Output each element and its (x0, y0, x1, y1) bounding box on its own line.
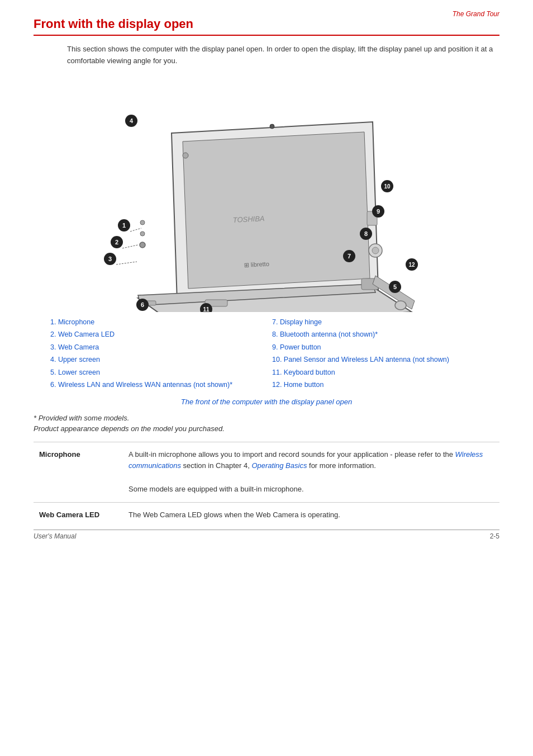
diagram-caption: The front of the computer with the displ… (34, 398, 499, 406)
svg-text:2: 2 (115, 239, 118, 245)
svg-text:11: 11 (203, 306, 210, 312)
svg-line-43 (130, 228, 141, 231)
label-1: 1. Microphone (50, 318, 261, 328)
feature-term-microphone: Microphone (34, 442, 123, 502)
label-10: 10. Panel Sensor and Wireless LAN antenn… (272, 355, 483, 365)
section-title: Front with the display open (34, 17, 499, 36)
svg-line-44 (122, 245, 138, 248)
label-5: 5. Lower screen (50, 368, 261, 378)
footer-left: User's Manual (34, 532, 76, 540)
top-right-label: The Grand Tour (453, 10, 499, 18)
label-8: 8. Bluetooth antenna (not shown)* (272, 330, 483, 340)
svg-point-17 (140, 231, 145, 236)
feature-row-microphone: Microphone A built-in microphone allows … (34, 442, 499, 502)
svg-text:10: 10 (384, 183, 391, 190)
features-table: Microphone A built-in microphone allows … (34, 442, 499, 528)
feature-row-webcam-led: Web Camera LED The Web Camera LED glows … (34, 502, 499, 527)
label-6: 6. Wireless LAN and Wireless WAN antenna… (50, 380, 261, 390)
label-9: 9. Power button (272, 343, 483, 353)
footer-bar: User's Manual 2-5 (34, 530, 499, 540)
svg-text:4: 4 (130, 117, 134, 124)
svg-text:8: 8 (364, 230, 368, 237)
labels-left: 1. Microphone 2. Web Camera LED 3. Web C… (50, 318, 266, 393)
svg-text:7: 7 (348, 253, 351, 259)
label-11: 11. Keyboard button (272, 368, 483, 378)
intro-text: This section shows the computer with the… (67, 44, 499, 67)
footer-right: 2-5 (490, 532, 499, 540)
feature-desc-webcam-led: The Web Camera LED glows when the Web Ca… (123, 502, 499, 527)
label-7: 7. Display hinge (272, 318, 483, 328)
svg-text:12: 12 (408, 262, 415, 268)
svg-line-45 (116, 262, 137, 264)
svg-text:TOSHIBA: TOSHIBA (232, 214, 265, 224)
feature-desc-microphone: A built-in microphone allows you to impo… (123, 442, 499, 502)
operating-basics-link[interactable]: Operating Basics (251, 461, 307, 470)
svg-text:3: 3 (108, 256, 112, 262)
svg-marker-1 (183, 132, 370, 289)
svg-text:6: 6 (141, 301, 144, 308)
svg-point-13 (395, 301, 406, 310)
svg-point-18 (140, 242, 145, 248)
note-provided: * Provided with some models. (34, 414, 499, 422)
svg-point-4 (270, 124, 274, 129)
note-appearance: Product appearance depends on the model … (34, 424, 499, 433)
labels-right: 7. Display hinge 8. Bluetooth antenna (n… (266, 318, 483, 393)
labels-section: 1. Microphone 2. Web Camera LED 3. Web C… (50, 318, 483, 393)
svg-text:1: 1 (122, 222, 126, 229)
label-2: 2. Web Camera LED (50, 330, 261, 340)
svg-point-16 (140, 220, 145, 225)
svg-text:⊞ libretto: ⊞ libretto (244, 260, 269, 268)
label-12: 12. Home button (272, 380, 483, 390)
laptop-diagram: TOSHIBA ⊞ libretto (77, 77, 456, 312)
svg-point-5 (183, 153, 188, 158)
svg-point-10 (372, 247, 379, 254)
feature-term-webcam-led: Web Camera LED (34, 502, 123, 527)
label-3: 3. Web Camera (50, 343, 261, 353)
svg-text:9: 9 (377, 208, 380, 215)
svg-text:5: 5 (393, 284, 397, 290)
label-4: 4. Upper screen (50, 355, 261, 365)
